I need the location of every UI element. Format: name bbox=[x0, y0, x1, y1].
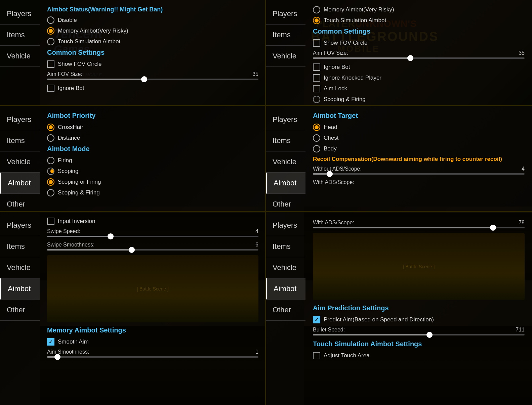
ignore-bot-option-tr[interactable]: Ignore Bot bbox=[313, 63, 525, 71]
memory-aimbot-radio-tr[interactable] bbox=[313, 6, 320, 13]
aim-smoothness-track[interactable] bbox=[47, 356, 258, 358]
predict-aim-checkbox[interactable] bbox=[313, 316, 320, 323]
sidebar-item-players-bl[interactable]: Players bbox=[0, 215, 40, 236]
body-radio[interactable] bbox=[313, 145, 320, 152]
ignore-knocked-option[interactable]: Ignore Knocked Player bbox=[313, 74, 525, 82]
aim-fov-thumb-tr[interactable] bbox=[407, 55, 413, 61]
sidebar-item-vehicle-bl[interactable]: Vehicle bbox=[0, 257, 40, 278]
ignore-bot-checkbox[interactable] bbox=[47, 85, 54, 92]
with-ads-track-br[interactable] bbox=[313, 227, 525, 228]
sidebar-item-aimbot-br[interactable]: Aimbot bbox=[266, 278, 305, 300]
head-option[interactable]: Head bbox=[313, 124, 525, 131]
sidebar-item-players-tl[interactable]: Players bbox=[0, 3, 40, 25]
sidebar-item-other-br[interactable]: Other bbox=[266, 300, 305, 321]
scoping-firing-label-tr: Scoping & Firing bbox=[324, 96, 366, 103]
head-radio[interactable] bbox=[313, 124, 320, 131]
sidebar-item-other-bl[interactable]: Other bbox=[0, 300, 40, 321]
distance-radio[interactable] bbox=[47, 134, 54, 142]
sidebar-item-vehicle-br[interactable]: Vehicle bbox=[266, 257, 305, 278]
scoping-and-firing-option[interactable]: Scoping & Firing bbox=[47, 189, 258, 196]
sidebar-item-players-br[interactable]: Players bbox=[266, 215, 305, 236]
show-fov-checkbox[interactable] bbox=[47, 60, 54, 68]
chest-label: Chest bbox=[324, 135, 338, 141]
swipe-smoothness-label: Swipe Smoothness: bbox=[47, 242, 94, 248]
bullet-speed-thumb[interactable] bbox=[426, 332, 433, 338]
sidebar-item-items-tl[interactable]: Items bbox=[0, 25, 40, 46]
without-ads-track[interactable] bbox=[313, 173, 525, 175]
memory-aimbot-option-tr[interactable]: Memory Aimbot(Very Risky) bbox=[313, 6, 525, 13]
scoping-firing-option[interactable]: Scoping or Firing bbox=[47, 178, 258, 186]
chest-option[interactable]: Chest bbox=[313, 134, 525, 142]
disable-radio[interactable] bbox=[47, 16, 54, 24]
show-fov-option-tr[interactable]: Show FOV Circle bbox=[313, 39, 525, 47]
sidebar-item-items-br[interactable]: Items bbox=[266, 236, 305, 257]
sidebar-item-vehicle-tl[interactable]: Vehicle bbox=[0, 46, 40, 67]
touch-sim-option[interactable]: Touch Simulation Aimbot bbox=[47, 38, 258, 45]
input-inversion-option[interactable]: Input Inversion bbox=[47, 218, 258, 225]
scoping-radio[interactable] bbox=[47, 168, 54, 175]
sidebar-item-players-tr[interactable]: Players bbox=[266, 3, 305, 25]
swipe-smoothness-track[interactable] bbox=[47, 249, 258, 251]
distance-option[interactable]: Distance bbox=[47, 134, 258, 142]
swipe-smoothness-thumb[interactable] bbox=[129, 247, 135, 253]
aimbot-mode-title: Aimbot Mode bbox=[47, 145, 258, 153]
predict-aim-option[interactable]: Predict Aim(Based on Speed and Direction… bbox=[313, 316, 525, 323]
aim-fov-track-tr[interactable] bbox=[313, 57, 525, 59]
scoping-firing-radio[interactable] bbox=[47, 178, 54, 186]
adjust-touch-checkbox[interactable] bbox=[313, 352, 320, 359]
aim-fov-thumb-tl[interactable] bbox=[141, 76, 147, 82]
sidebar-item-aimbot-ml[interactable]: Aimbot bbox=[0, 173, 40, 194]
sidebar-top-right: Players Items Vehicle bbox=[266, 0, 305, 106]
without-ads-slider: Without ADS/Scope: 4 bbox=[313, 166, 525, 175]
body-option[interactable]: Body bbox=[313, 145, 525, 152]
sidebar-item-items-ml[interactable]: Items bbox=[0, 130, 40, 151]
without-ads-thumb[interactable] bbox=[327, 171, 333, 177]
with-ads-thumb-br[interactable] bbox=[490, 225, 496, 231]
sidebar-item-items-mr[interactable]: Items bbox=[266, 130, 305, 151]
sidebar-item-players-mr[interactable]: Players bbox=[266, 109, 305, 130]
ignore-bot-option[interactable]: Ignore Bot bbox=[47, 85, 258, 92]
disable-option[interactable]: Disable bbox=[47, 16, 258, 24]
input-inversion-checkbox[interactable] bbox=[47, 218, 54, 225]
firing-radio[interactable] bbox=[47, 157, 54, 164]
show-fov-checkbox-tr[interactable] bbox=[313, 39, 320, 47]
scoping-firing-radio-tr[interactable] bbox=[313, 96, 320, 103]
smooth-aim-checkbox[interactable] bbox=[47, 338, 54, 346]
chest-radio[interactable] bbox=[313, 134, 320, 142]
scoping-and-firing-radio[interactable] bbox=[47, 189, 54, 196]
show-fov-option[interactable]: Show FOV Circle bbox=[47, 60, 258, 68]
aim-lock-label: Aim Lock bbox=[324, 85, 347, 92]
swipe-speed-track[interactable] bbox=[47, 236, 258, 237]
aim-smoothness-thumb[interactable] bbox=[54, 354, 60, 360]
sidebar-item-other-ml[interactable]: Other bbox=[0, 194, 40, 212]
sidebar-item-vehicle-tr[interactable]: Vehicle bbox=[266, 46, 305, 67]
aim-lock-checkbox[interactable] bbox=[313, 85, 320, 92]
aim-fov-track-tl[interactable] bbox=[47, 79, 258, 80]
sidebar-item-items-bl[interactable]: Items bbox=[0, 236, 40, 257]
bullet-speed-track[interactable] bbox=[313, 334, 525, 335]
swipe-speed-thumb[interactable] bbox=[108, 233, 114, 239]
touch-sim-radio-tr[interactable] bbox=[313, 17, 320, 24]
smooth-aim-option[interactable]: Smooth Aim bbox=[47, 338, 258, 346]
common-settings-title-tl: Common Settings bbox=[47, 49, 258, 56]
memory-aimbot-option[interactable]: Memory Aimbot(Very Risky) bbox=[47, 27, 258, 35]
aim-lock-option[interactable]: Aim Lock bbox=[313, 85, 525, 92]
ignore-bot-checkbox-tr[interactable] bbox=[313, 63, 320, 71]
sidebar-item-aimbot-bl[interactable]: Aimbot bbox=[0, 278, 40, 300]
touch-sim-option-tr[interactable]: Touch Simulation Aimbot bbox=[313, 17, 525, 24]
sidebar-item-players-ml[interactable]: Players bbox=[0, 109, 40, 130]
sidebar-item-items-tr[interactable]: Items bbox=[266, 25, 305, 46]
sidebar-item-vehicle-ml[interactable]: Vehicle bbox=[0, 151, 40, 173]
ignore-knocked-checkbox[interactable] bbox=[313, 74, 320, 82]
sidebar-item-other-mr[interactable]: Other bbox=[266, 194, 305, 212]
scoping-option[interactable]: Scoping bbox=[47, 168, 258, 175]
sidebar-item-aimbot-mr[interactable]: Aimbot bbox=[266, 173, 305, 194]
firing-option[interactable]: Firing bbox=[47, 157, 258, 164]
with-ads-label-br: With ADS/Scope: bbox=[313, 220, 354, 226]
crosshair-radio[interactable] bbox=[47, 124, 54, 131]
memory-aimbot-radio[interactable] bbox=[47, 27, 54, 35]
crosshair-option[interactable]: CrossHair bbox=[47, 124, 258, 131]
sidebar-item-vehicle-mr[interactable]: Vehicle bbox=[266, 151, 305, 173]
adjust-touch-option[interactable]: Adjust Touch Area bbox=[313, 352, 525, 359]
touch-sim-radio[interactable] bbox=[47, 38, 54, 45]
